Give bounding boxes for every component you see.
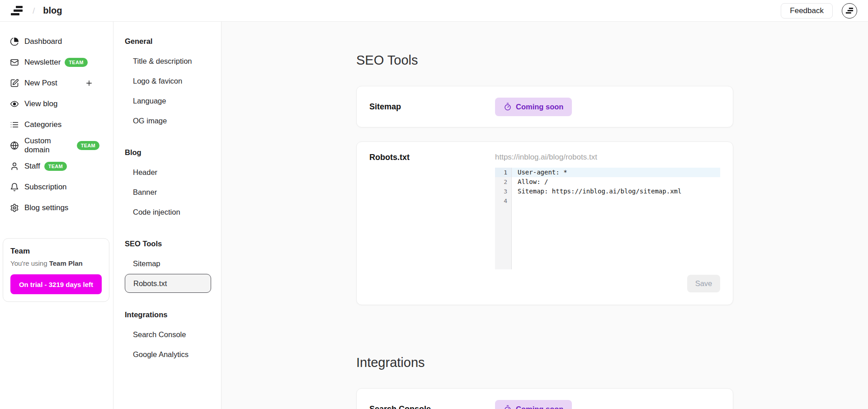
nav-section-title: Blog bbox=[125, 142, 211, 162]
seo-tools-heading: SEO Tools bbox=[356, 52, 733, 69]
sitemap-card-label: Sitemap bbox=[369, 102, 401, 111]
robots-txt-card: Robots.txt https://inblog.ai/blog/robots… bbox=[356, 141, 733, 305]
settings-nav: General Title & description Logo & favic… bbox=[113, 22, 222, 409]
avatar-logo-icon bbox=[846, 8, 853, 14]
timer-icon bbox=[504, 103, 512, 111]
main-sidebar: Dashboard Newsletter TEAM New Post View … bbox=[0, 22, 113, 409]
line-number: 2 bbox=[495, 177, 511, 187]
team-card-subtitle: You're using Team Plan bbox=[10, 259, 102, 267]
trial-days-button[interactable]: On trial - 3219 days left bbox=[10, 274, 102, 294]
line-number: 3 bbox=[495, 187, 511, 196]
robots-card-label: Robots.txt bbox=[369, 153, 410, 162]
sidebar-item-label: View blog bbox=[24, 99, 57, 108]
nav-section-integrations: Integrations Search Console Google Analy… bbox=[125, 305, 211, 364]
sidebar-item-label: Newsletter bbox=[24, 58, 61, 67]
user-icon bbox=[10, 162, 19, 171]
sidebar-item-newsletter[interactable]: Newsletter TEAM bbox=[0, 52, 113, 73]
timer-icon bbox=[504, 405, 512, 409]
sidebar-item-new-post[interactable]: New Post bbox=[0, 73, 113, 94]
nav-item-robots-txt[interactable]: Robots.txt bbox=[125, 274, 211, 293]
editor-code-area[interactable]: User-agent: * Allow: / Sitemap: https://… bbox=[512, 168, 720, 269]
robots-url: https://inblog.ai/blog/robots.txt bbox=[495, 153, 720, 162]
code-line[interactable]: Allow: / bbox=[512, 177, 720, 187]
nav-section-title: SEO Tools bbox=[125, 234, 211, 254]
coming-soon-badge: Coming soon bbox=[495, 98, 572, 116]
nav-item-sitemap[interactable]: Sitemap bbox=[125, 254, 211, 273]
sidebar-item-categories[interactable]: Categories bbox=[0, 114, 113, 135]
sidebar-item-label: New Post bbox=[24, 79, 57, 88]
nav-section-general: General Title & description Logo & favic… bbox=[125, 31, 211, 131]
code-line[interactable]: Sitemap: https://inblog.ai/blog/sitemap.… bbox=[512, 187, 720, 196]
nav-item-title-description[interactable]: Title & description bbox=[125, 51, 211, 71]
save-button[interactable]: Save bbox=[687, 275, 720, 292]
eye-icon bbox=[10, 99, 19, 108]
nav-section-title: General bbox=[125, 31, 211, 51]
nav-item-og-image[interactable]: OG image bbox=[125, 111, 211, 131]
account-avatar[interactable] bbox=[842, 3, 857, 19]
top-bar: / blog Feedback bbox=[0, 0, 868, 22]
nav-item-search-console[interactable]: Search Console bbox=[125, 324, 211, 344]
pie-chart-icon bbox=[10, 37, 19, 46]
breadcrumb-separator: / bbox=[33, 6, 35, 16]
sidebar-item-label: Dashboard bbox=[24, 37, 62, 46]
nav-section-blog: Blog Header Banner Code injection bbox=[125, 142, 211, 222]
integrations-heading: Integrations bbox=[356, 354, 733, 371]
sidebar-item-blog-settings[interactable]: Blog settings bbox=[0, 197, 113, 218]
line-number: 4 bbox=[495, 196, 511, 206]
nav-item-logo-favicon[interactable]: Logo & favicon bbox=[125, 71, 211, 91]
search-console-card: Search Console Coming soon bbox=[356, 388, 733, 409]
nav-item-header[interactable]: Header bbox=[125, 162, 211, 182]
line-number: 1 bbox=[495, 168, 511, 177]
breadcrumb-blog-title: blog bbox=[43, 5, 62, 16]
editor-gutter: 1 2 3 4 bbox=[495, 168, 512, 269]
nav-section-seo-tools: SEO Tools Sitemap Robots.txt bbox=[125, 234, 211, 293]
feedback-button[interactable]: Feedback bbox=[781, 3, 833, 19]
code-line[interactable] bbox=[512, 196, 720, 206]
nav-item-code-injection[interactable]: Code injection bbox=[125, 202, 211, 222]
sidebar-item-staff[interactable]: Staff TEAM bbox=[0, 156, 113, 177]
sidebar-item-subscription[interactable]: Subscription bbox=[0, 177, 113, 197]
nav-item-language[interactable]: Language bbox=[125, 91, 211, 111]
mail-icon bbox=[10, 58, 19, 67]
edit-icon bbox=[10, 79, 19, 88]
inblog-logo-icon[interactable] bbox=[11, 6, 23, 15]
team-badge: TEAM bbox=[77, 141, 99, 150]
search-console-card-label: Search Console bbox=[369, 404, 431, 409]
sidebar-item-label: Categories bbox=[24, 120, 61, 129]
nav-section-title: Integrations bbox=[125, 305, 211, 324]
bell-icon bbox=[10, 183, 19, 192]
gear-icon bbox=[10, 203, 19, 212]
team-plan-card: Team You're using Team Plan On trial - 3… bbox=[3, 238, 109, 302]
sitemap-card: Sitemap Coming soon bbox=[356, 86, 733, 127]
list-icon bbox=[10, 120, 19, 129]
nav-item-google-analytics[interactable]: Google Analytics bbox=[125, 344, 211, 364]
sidebar-item-label: Blog settings bbox=[24, 203, 68, 212]
plus-icon[interactable] bbox=[85, 79, 94, 88]
globe-icon bbox=[10, 141, 19, 150]
sidebar-item-label: Custom domain bbox=[24, 136, 73, 155]
team-card-title: Team bbox=[10, 247, 102, 256]
team-badge: TEAM bbox=[65, 58, 87, 67]
sidebar-item-view-blog[interactable]: View blog bbox=[0, 94, 113, 114]
robots-editor[interactable]: 1 2 3 4 User-agent: * Allow: / Sitemap: … bbox=[495, 168, 720, 269]
sidebar-item-custom-domain[interactable]: Custom domain TEAM bbox=[0, 135, 113, 156]
team-badge: TEAM bbox=[44, 162, 67, 171]
main-content: SEO Tools Sitemap Coming soon Robots.txt… bbox=[222, 22, 868, 409]
code-line[interactable]: User-agent: * bbox=[512, 168, 720, 177]
sidebar-item-label: Subscription bbox=[24, 183, 67, 192]
plan-name: Team Plan bbox=[49, 259, 83, 267]
sidebar-item-dashboard[interactable]: Dashboard bbox=[0, 31, 113, 52]
coming-soon-badge: Coming soon bbox=[495, 400, 572, 409]
nav-item-banner[interactable]: Banner bbox=[125, 182, 211, 202]
sidebar-item-label: Staff bbox=[24, 162, 40, 171]
